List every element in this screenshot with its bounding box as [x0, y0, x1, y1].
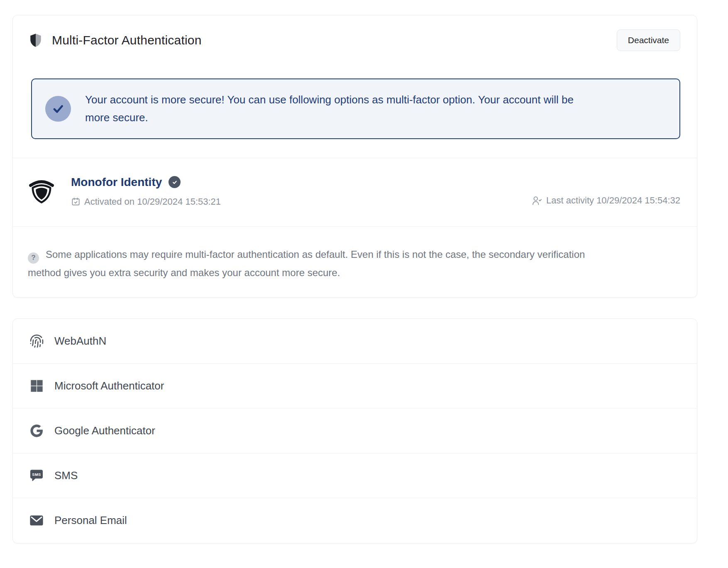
option-label: Personal Email	[54, 514, 127, 527]
provider-name: Monofor Identity	[71, 176, 162, 189]
option-row-webauthn[interactable]: WebAuthN	[13, 319, 697, 364]
provider-section: Monofor Identity	[13, 158, 697, 226]
option-row-google-authenticator[interactable]: Google Authenticator	[13, 409, 697, 453]
help-section: ?Some applications may require multi-fac…	[13, 227, 697, 297]
question-circle-icon: ?	[28, 252, 39, 264]
provider-info: Monofor Identity	[71, 175, 221, 207]
help-paragraph: ?Some applications may require multi-fac…	[28, 245, 609, 282]
mfa-settings-page: Multi-Factor Authentication Deactivate Y…	[0, 15, 728, 544]
banner-message: Your account is more secure! You can use…	[85, 91, 596, 127]
check-circle-icon	[45, 96, 71, 122]
option-label: Google Authenticator	[54, 424, 155, 437]
verified-badge-icon	[169, 176, 181, 188]
card-header: Multi-Factor Authentication Deactivate	[13, 15, 697, 51]
microsoft-icon	[28, 379, 45, 392]
success-banner: Your account is more secure! You can use…	[31, 78, 680, 139]
activated-label: Activated on 10/29/2024 15:53:21	[84, 196, 221, 207]
mfa-options-card: WebAuthN Microsoft Authenticator Google …	[12, 318, 697, 544]
shield-half-icon	[28, 32, 44, 48]
last-activity: Last activity 10/29/2024 15:54:32	[531, 195, 680, 206]
help-text: Some applications may require multi-fact…	[28, 249, 585, 278]
monofor-logo-icon	[28, 177, 55, 205]
fingerprint-icon	[28, 334, 45, 348]
sms-glyph: SMS	[32, 473, 41, 477]
sms-bubble-icon: SMS	[28, 468, 45, 483]
activated-on: Activated on 10/29/2024 15:53:21	[71, 196, 221, 207]
page-title: Multi-Factor Authentication	[52, 33, 202, 47]
option-row-sms[interactable]: SMS SMS	[13, 453, 697, 498]
option-row-personal-email[interactable]: Personal Email	[13, 498, 697, 543]
mfa-status-card: Multi-Factor Authentication Deactivate Y…	[12, 15, 697, 298]
option-row-microsoft-authenticator[interactable]: Microsoft Authenticator	[13, 364, 697, 409]
deactivate-button[interactable]: Deactivate	[617, 29, 680, 51]
calendar-check-icon	[71, 197, 81, 206]
option-label: SMS	[54, 469, 78, 482]
last-activity-label: Last activity 10/29/2024 15:54:32	[546, 195, 680, 206]
option-label: Microsoft Authenticator	[54, 379, 164, 392]
user-check-icon	[531, 195, 542, 206]
option-label: WebAuthN	[54, 335, 106, 348]
google-icon	[28, 424, 45, 438]
envelope-icon	[28, 515, 45, 526]
